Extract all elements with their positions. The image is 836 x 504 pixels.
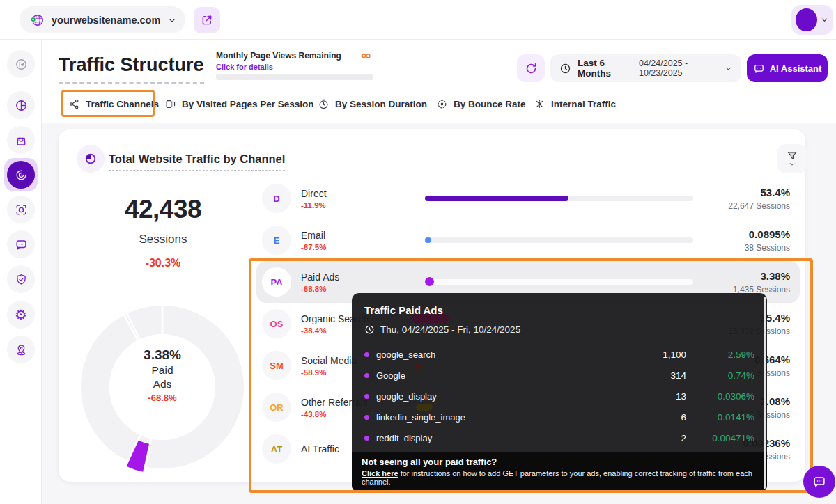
tab-by-visited-pages-per-session[interactable]: By Visited Pages Per Session [164,92,314,116]
sidebar-item-tracking[interactable] [7,196,35,223]
channel-values: 0.0895%38 Sessions [745,228,790,253]
collapse-icon [15,58,28,71]
channel-badge: OS [262,309,291,338]
sidebar-item-traffic[interactable] [4,158,38,191]
date-range-picker[interactable]: Last 6 Months 04/24/2025 - 10/23/2025 [550,54,741,82]
user-menu[interactable] [791,5,833,35]
channel-sessions: 38 Sessions [745,243,790,253]
tooltip-row-google: Google3140.74% [364,365,754,386]
bullet-icon [364,373,369,378]
tooltip-source-name: google_display [376,391,582,402]
channel-badge: E [262,226,291,255]
quota-label: Monthly Page Views Remaining [216,51,341,61]
tab-label: Traffic Channels [86,99,159,109]
tooltip-title: Traffic Paid Ads [364,304,754,316]
tooltip-source-percent: 0.0306% [695,391,754,402]
sidebar-item-security[interactable] [7,265,35,293]
tooltip-source-name: reddit_display [376,433,582,443]
pie-chart-icon [15,99,28,112]
tooltip-footer-text: Click here for instructions on how to ad… [362,469,757,486]
quota-details-link[interactable]: Click for details [216,63,341,71]
channel-badge: SM [262,351,291,380]
tooltip-source-percent: 0.0141% [695,412,754,423]
chat-fab-button[interactable] [803,466,835,498]
tooltip-row-google-search: google_search1,1002.59% [364,344,754,365]
channel-badge: AT [262,434,291,464]
chevron-down-icon [789,162,796,167]
channel-change: -68.8% [301,285,407,293]
total-sessions-label: Sessions [72,233,254,246]
chevron-down-icon [167,15,177,25]
gear-icon: ⚙ [15,308,27,322]
tab-label: By Bounce Rate [454,99,526,109]
snowflake-icon [534,97,545,111]
channel-percent: 3.38% [733,270,790,282]
topbar: yourwebsitename.com [0,0,836,40]
tooltip-date-range: Thu, 04/24/2025 - Fri, 10/24/2025 [380,324,520,335]
sidebar-item-analytics[interactable] [7,91,35,119]
sessions-summary: 42,438 Sessions -30.3% [72,195,254,269]
sidebar-item-collapse[interactable] [7,50,35,78]
quota-progress-bar [216,74,373,80]
sidebar-item-ecommerce[interactable] [7,126,35,154]
sidebar-item-feedback[interactable] [7,230,35,258]
ai-assistant-label: AI Assistant [770,63,822,74]
pie-chart-icon [77,145,104,173]
channel-row-email[interactable]: EEmail-67.5%0.0895%38 Sessions [256,219,800,261]
sidebar-item-location[interactable] [7,336,35,363]
tab-label: By Session Duration [335,99,427,109]
date-range-value: 04/24/2025 - 10/23/2025 [639,58,718,78]
donut-percent: 3.38% [110,347,215,363]
tooltip-footer-rest: for instructions on how to add GET param… [362,469,752,486]
channel-bar [425,277,434,286]
open-website-button[interactable] [194,7,220,33]
share-nodes-icon [68,97,80,111]
clock-icon [364,324,375,335]
channel-bar-track [425,196,693,201]
tooltip-source-value: 6 [582,412,686,423]
website-name: yourwebsitename.com [52,15,160,26]
tooltip-row-reddit-display: reddit_display20.00471% [364,427,754,448]
chevron-down-icon [725,65,732,72]
sidebar-item-settings[interactable]: ⚙ [7,301,35,329]
tooltip-scrollbar[interactable] [764,297,766,489]
tab-label: Internal Traffic [551,99,616,109]
channel-badge: PA [262,267,291,297]
clock-icon [559,63,571,74]
channel-percent: 53.4% [728,187,790,198]
tab-traffic-channels[interactable]: Traffic Channels [68,92,159,116]
bullet-icon [364,436,369,441]
chat-icon [812,474,827,489]
tooltip-row-linkedin-single-image: linkedin_single_image60.0141% [364,407,754,427]
website-selector[interactable]: yourwebsitename.com [20,6,185,33]
channel-bar [425,196,568,201]
channel-bar-track [425,237,693,243]
channel-values: 53.4%22,647 Sessions [728,187,790,211]
ai-assistant-button[interactable]: AI Assistant [747,54,828,82]
tooltip-rows: google_search1,1002.59%Google3140.74%goo… [364,344,754,448]
filter-button[interactable] [777,144,807,173]
tooltip-source-value: 2 [582,433,686,443]
refresh-button[interactable] [517,54,545,82]
tab-by-bounce-rate[interactable]: By Bounce Rate [436,92,526,116]
tab-by-session-duration[interactable]: By Session Duration [318,92,427,116]
quota-block: Monthly Page Views Remaining Click for d… [216,51,341,71]
bullet-icon [364,415,369,420]
funnel-icon [787,151,798,161]
map-pin-icon [15,343,28,356]
channel-info: Direct-11.9% [301,188,407,210]
tab-internal-traffic[interactable]: Internal Traffic [534,92,616,116]
infinity-icon: ∞ [361,47,371,63]
channel-row-direct[interactable]: DDirect-11.9%53.4%22,647 Sessions [256,178,800,219]
tooltip-source-name: Google [376,370,582,381]
date-preset-label: Last 6 Months [578,58,630,79]
tooltip-source-percent: 0.00471% [695,433,754,443]
tooltip-footer: Not seeing all your paid traffic? Click … [352,452,767,492]
stopwatch-icon [318,97,330,111]
tooltip-source-value: 314 [582,370,686,381]
click-here-link[interactable]: Click here [362,469,398,478]
donut-line1: Paid [110,363,215,377]
channel-sessions: 22,647 Sessions [728,201,790,211]
channel-name: Direct [301,188,407,199]
channel-info: Email-67.5% [301,230,407,251]
